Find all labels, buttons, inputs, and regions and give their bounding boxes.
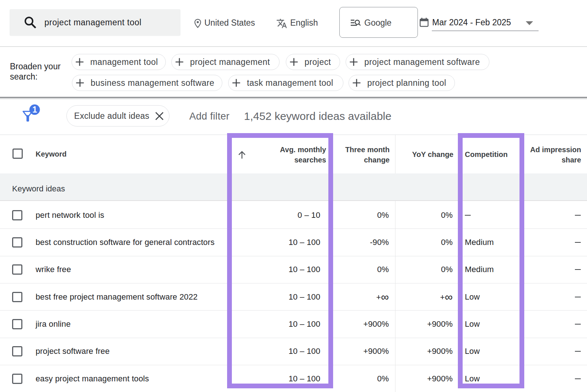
svg-text:1: 1	[32, 105, 37, 114]
